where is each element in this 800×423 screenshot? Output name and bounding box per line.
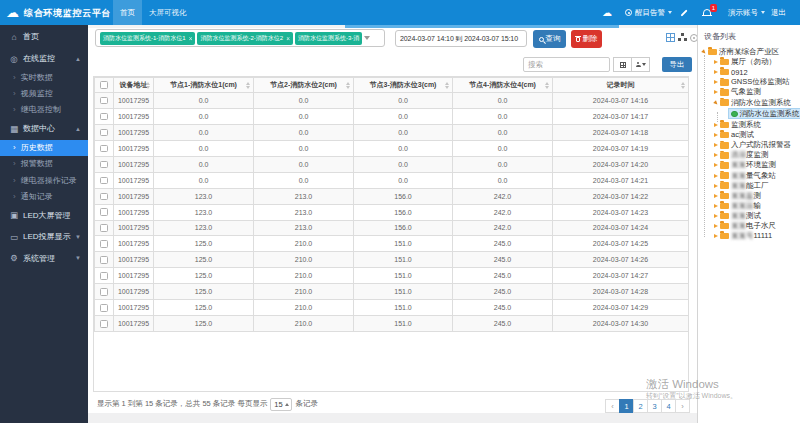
table-row[interactable]: 10017295123.0213.0156.0242.02024-03-07 1…	[95, 204, 689, 220]
row-checkbox[interactable]	[100, 145, 108, 153]
sidebar-item-LED大屏管理[interactable]: ▣LED大屏管理	[0, 204, 88, 226]
sidebar-item-首页[interactable]: ⌂首页	[0, 25, 88, 48]
tree-expanded-icon[interactable]	[713, 100, 719, 106]
row-checkbox[interactable]	[100, 272, 108, 280]
layout-icon[interactable]	[666, 33, 675, 42]
refresh-button[interactable]	[613, 57, 632, 72]
sidebar-item-在线监控[interactable]: ◎在线监控▲	[0, 48, 88, 70]
select-all-checkbox[interactable]	[100, 81, 108, 89]
column-header[interactable]: 设备地址	[114, 78, 154, 93]
row-checkbox[interactable]	[100, 113, 108, 121]
notification-bell[interactable]: 1	[703, 0, 711, 25]
tree-collapsed-icon[interactable]	[714, 174, 718, 178]
tree-node[interactable]: 某某环境监测	[702, 160, 800, 170]
column-header[interactable]: 节点4-消防水位4(cm)	[453, 78, 553, 93]
date-range-input[interactable]: 2024-03-07 14:10 到 2024-03-07 15:10	[395, 30, 527, 47]
table-row[interactable]: 10017295125.0210.0151.0245.02024-03-07 1…	[95, 284, 689, 300]
sidebar-subitem-通知记录[interactable]: ›通知记录	[0, 188, 88, 204]
tree-toggle-icon[interactable]	[678, 33, 687, 42]
tree-collapsed-icon[interactable]	[714, 143, 718, 147]
tree-collapsed-icon[interactable]	[714, 60, 718, 64]
tree-collapsed-icon[interactable]	[714, 214, 718, 218]
page-3[interactable]: 3	[647, 399, 662, 413]
delete-button[interactable]: 删除	[571, 30, 602, 48]
tree-node[interactable]: 某某能工厂	[702, 181, 800, 191]
column-header[interactable]: 节点1-消防水位1(cm)	[154, 78, 254, 93]
table-row[interactable]: 10017295125.0210.0151.0245.02024-03-07 1…	[95, 268, 689, 284]
table-row[interactable]: 100172950.00.00.00.02024-03-07 14:20	[95, 156, 689, 172]
tree-collapsed-icon[interactable]	[714, 224, 718, 228]
row-checkbox[interactable]	[100, 208, 108, 216]
table-row[interactable]: 100172950.00.00.00.02024-03-07 14:17	[95, 108, 689, 124]
tree-node[interactable]: 某某电子水尺	[702, 221, 800, 231]
tree-node[interactable]: 展厅（勿动）	[702, 57, 800, 67]
sort-icon[interactable]	[246, 82, 250, 89]
table-row[interactable]: 10017295125.0210.0151.0245.02024-03-07 1…	[95, 300, 689, 316]
page-size-select[interactable]: 15	[270, 398, 292, 411]
node-filter-select[interactable]: 消防水位监测系统-1-消防水位1×消防水位监测系统-2-消防水位2×消防水位监测…	[95, 29, 385, 47]
tree-node[interactable]: 0912	[702, 67, 800, 77]
table-row[interactable]: 10017295125.0210.0151.0245.02024-03-07 1…	[95, 316, 689, 332]
page-4[interactable]: 4	[661, 399, 676, 413]
row-checkbox[interactable]	[100, 224, 108, 232]
table-row[interactable]: 10017295123.0213.0156.0242.02024-03-07 1…	[95, 188, 689, 204]
tree-node[interactable]: 消防水位监测系统	[702, 97, 800, 107]
sort-icon[interactable]	[681, 82, 685, 89]
tree-collapsed-icon[interactable]	[714, 184, 718, 188]
row-checkbox[interactable]	[100, 177, 108, 185]
alarm-menu[interactable]: 醒目告警	[625, 0, 672, 25]
row-checkbox[interactable]	[100, 97, 108, 105]
account-menu[interactable]: 演示账号	[728, 0, 765, 25]
columns-button[interactable]	[631, 57, 650, 72]
tree-collapsed-icon[interactable]	[714, 133, 718, 137]
table-row[interactable]: 100172950.00.00.00.02024-03-07 14:16	[95, 93, 689, 109]
nav-tab-大屏可视化[interactable]: 大屏可视化	[142, 0, 194, 25]
table-search-input[interactable]: 搜索	[523, 57, 610, 72]
tree-node[interactable]: 温湿度监测	[702, 150, 800, 160]
pen-button[interactable]	[679, 0, 688, 25]
close-icon[interactable]: ×	[189, 35, 193, 42]
export-button[interactable]: 导出	[662, 57, 692, 72]
row-checkbox[interactable]	[100, 304, 108, 312]
logout-button[interactable]: 退出	[771, 0, 786, 25]
tree-collapsed-icon[interactable]	[714, 204, 718, 208]
row-checkbox[interactable]	[100, 193, 108, 201]
sidebar-item-数据中心[interactable]: ▦数据中心▲	[0, 118, 88, 140]
filter-chip[interactable]: 消防水位监测系统-3-消	[295, 32, 362, 45]
table-row[interactable]: 100172950.00.00.00.02024-03-07 14:19	[95, 140, 689, 156]
table-row[interactable]: 10017295125.0210.0151.0245.02024-03-07 1…	[95, 252, 689, 268]
row-checkbox[interactable]	[100, 256, 108, 264]
column-header[interactable]: 记录时间	[553, 78, 689, 93]
tree-node[interactable]: 某某运输	[702, 201, 800, 211]
filter-chip[interactable]: 消防水位监测系统-2-消防水位2×	[197, 32, 292, 45]
query-button[interactable]: 查询	[533, 30, 566, 48]
tree-collapsed-icon[interactable]	[714, 70, 718, 74]
row-checkbox[interactable]	[100, 240, 108, 248]
row-checkbox[interactable]	[100, 320, 108, 328]
sidebar-subitem-视频监控[interactable]: ›视频监控	[0, 86, 88, 102]
column-header[interactable]: 节点3-消防水位3(cm)	[354, 78, 453, 93]
sort-icon[interactable]	[545, 82, 549, 89]
tree-collapsed-icon[interactable]	[714, 80, 718, 84]
tree-collapsed-icon[interactable]	[714, 90, 718, 94]
close-icon[interactable]: ×	[286, 35, 290, 42]
tree-node[interactable]: 某某号11111	[702, 231, 800, 241]
table-row[interactable]: 10017295125.0210.0151.0245.02024-03-07 1…	[95, 236, 689, 252]
tree-node[interactable]: 某某量气象站	[702, 171, 800, 181]
table-row[interactable]: 10017295123.0213.0156.0242.02024-03-07 1…	[95, 220, 689, 236]
sidebar-subitem-继电器操作记录[interactable]: ›继电器操作记录	[0, 172, 88, 188]
tree-collapsed-icon[interactable]	[714, 123, 718, 127]
tree-node[interactable]: 某某测试	[702, 211, 800, 221]
nav-tab-首页[interactable]: 首页	[113, 0, 142, 25]
page-next[interactable]: ›	[675, 399, 690, 413]
sidebar-subitem-实时数据[interactable]: ›实时数据	[0, 70, 88, 86]
table-row[interactable]: 100172950.00.00.00.02024-03-07 14:21	[95, 172, 689, 188]
row-checkbox[interactable]	[100, 288, 108, 296]
tree-node[interactable]: 济南某综合产业区	[702, 47, 800, 57]
cloud-status-icon[interactable]: ☁	[602, 0, 612, 25]
tree-collapsed-icon[interactable]	[714, 234, 718, 238]
tree-node[interactable]: 某某监测	[702, 191, 800, 201]
table-row[interactable]: 100172950.00.00.00.02024-03-07 14:18	[95, 124, 689, 140]
sidebar-item-LED投屏显示[interactable]: ▭LED投屏显示▼	[0, 226, 88, 248]
tree-collapsed-icon[interactable]	[714, 194, 718, 198]
